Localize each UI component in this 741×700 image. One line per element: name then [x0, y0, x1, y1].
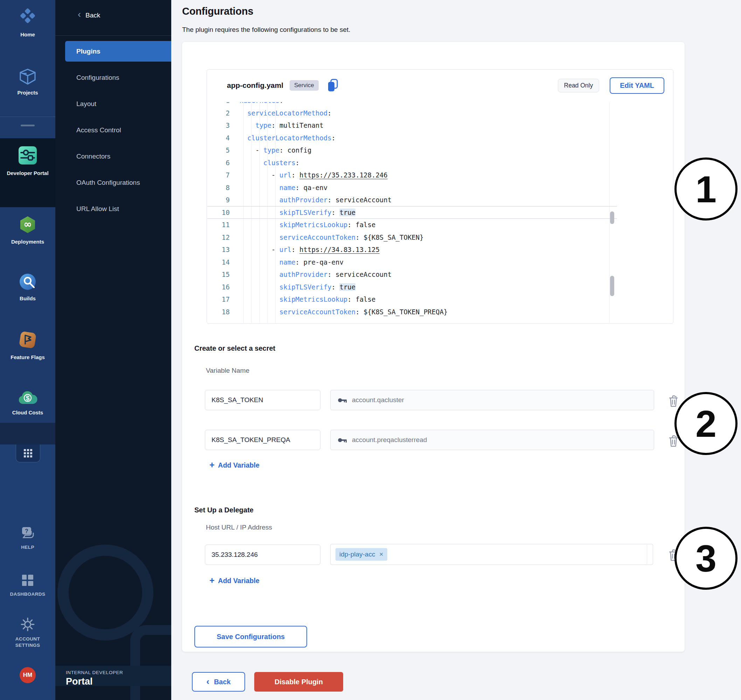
delegate-tag-label: idp-play-acc [339, 550, 375, 558]
grid-icon [23, 448, 33, 459]
rail-item-account-settings[interactable]: ACCOUNT SETTINGS [0, 618, 55, 648]
rail-section-divider [0, 116, 55, 117]
editor-scrollbar-track [609, 102, 610, 323]
code-line: 1 kubernetes: [207, 102, 608, 107]
line-number: 1 [207, 102, 235, 107]
rail-item-developer-portal[interactable]: Developer Portal [0, 146, 55, 177]
rail-item-label: Cloud Costs [12, 409, 43, 416]
help-icon: ? [20, 526, 35, 541]
add-variable-button[interactable]: + Add Variable [209, 577, 259, 585]
add-variable-label: Add Variable [218, 461, 259, 469]
secret-select-field[interactable]: account.qacluster [330, 390, 654, 410]
code-line: 5 - type: config [207, 144, 608, 157]
editor-scrollbar-thumb[interactable] [610, 276, 614, 296]
rail-item-deployments[interactable]: ∞Deployments [0, 216, 55, 246]
plus-icon: + [209, 576, 215, 585]
rail-collapse-handle[interactable] [21, 125, 35, 126]
chevron-left-icon: ‹ [206, 677, 209, 686]
service-badge: Service [290, 80, 319, 91]
code-text: skipMetricsLookup: false [235, 219, 376, 231]
line-number: 18 [207, 306, 235, 319]
code-line: 2 serviceLocatorMethod: [207, 107, 608, 120]
builds-icon [19, 273, 37, 292]
host-url-input[interactable]: 35.233.128.246 [205, 545, 320, 565]
line-number: 11 [207, 219, 235, 231]
line-number: 16 [207, 281, 235, 294]
sidebar-item-layout[interactable]: Layout [55, 93, 171, 114]
annotation-circle-3: 3 [675, 527, 738, 590]
sidebar-item-oauth-configurations[interactable]: OAuth Configurations [55, 172, 171, 193]
module-switcher-tab[interactable] [16, 444, 40, 462]
rail-item-builds[interactable]: Builds [0, 273, 55, 302]
edit-yaml-button[interactable]: Edit YAML [610, 77, 664, 94]
line-number: 17 [207, 293, 235, 306]
line-number: 2 [207, 107, 235, 120]
secret-value: account.qacluster [352, 396, 404, 404]
rail-item-projects[interactable]: Projects [0, 69, 55, 96]
code-text: clusterLocatorMethods: [235, 132, 336, 144]
cloud-costs-icon: $ [18, 390, 37, 406]
secret-select-field[interactable]: account.preqaclusterread [330, 430, 654, 450]
rail-item-cloud-costs[interactable]: $Cloud Costs [0, 390, 55, 416]
watermark-ring [57, 545, 153, 641]
secret-value: account.preqaclusterread [352, 436, 427, 444]
variable-name-input[interactable]: K8S_SA_TOKEN_PREQA [205, 430, 320, 450]
sidebar-item-configurations[interactable]: Configurations [55, 67, 171, 88]
sidebar: ‹ Back PluginsConfigurationsLayoutAccess… [55, 0, 171, 700]
rail-item-label: HELP [21, 544, 34, 550]
tagfield-separator [647, 545, 647, 564]
account-settings-icon [21, 618, 35, 633]
disable-plugin-button[interactable]: Disable Plugin [254, 672, 343, 691]
rail-item-home[interactable]: Home [0, 9, 55, 38]
key-icon [337, 437, 347, 443]
code-line: 10 skipTLSVerify: true [207, 206, 608, 219]
code-text: authProvider: serviceAccount [235, 268, 392, 281]
code-text: - type: config [235, 144, 311, 157]
rail-item-dashboards[interactable]: DASHBOARDS [0, 574, 55, 597]
sidebar-item-plugins[interactable]: Plugins [65, 41, 171, 62]
rail-item-label: ACCOUNT SETTINGS [4, 636, 51, 648]
avatar[interactable]: HM [20, 667, 36, 683]
code-line: 12 serviceAccountToken: ${K8S_SA_TOKEN} [207, 231, 608, 244]
sidebar-back-button[interactable]: ‹ Back [78, 11, 100, 19]
plus-icon: + [209, 460, 215, 469]
save-configurations-button[interactable]: Save Configurations [194, 626, 307, 647]
sidebar-divider [55, 35, 171, 36]
left-rail: HomeProjects Developer Portal∞Deployment… [0, 0, 55, 700]
code-text: - url: https://34.83.13.125 [235, 244, 380, 256]
editor-scrollbar-thumb[interactable] [610, 212, 614, 224]
code-line: 9 authProvider: serviceAccount [207, 194, 608, 206]
sidebar-footer-title: Portal [66, 676, 93, 687]
line-number: 8 [207, 182, 235, 194]
rail-item-label: Developer Portal [7, 170, 48, 177]
line-number: 3 [207, 119, 235, 132]
sidebar-footer-eyebrow: INTERNAL DEVELOPER [66, 670, 123, 675]
close-icon[interactable]: ✕ [379, 551, 383, 557]
code-area[interactable]: 1 kubernetes:2 serviceLocatorMethod:3 ty… [207, 102, 608, 323]
add-variable-label: Add Variable [218, 577, 259, 585]
variable-name-input[interactable]: K8S_SA_TOKEN [205, 390, 320, 410]
read-only-badge: Read Only [558, 79, 600, 93]
rail-lower-panel [0, 444, 55, 700]
trash-icon[interactable] [668, 395, 679, 409]
rail-item-help[interactable]: ?HELP [0, 526, 55, 550]
page: HomeProjects Developer Portal∞Deployment… [0, 0, 741, 700]
modules-collapse-strip[interactable] [0, 423, 55, 444]
code-text: skipTLSVerify: true [235, 206, 355, 219]
sidebar-item-access-control[interactable]: Access Control [55, 120, 171, 140]
code-line: 17 skipMetricsLookup: false [207, 293, 608, 306]
code-text: serviceLocatorMethod: [235, 107, 331, 120]
sidebar-item-connectors[interactable]: Connectors [55, 146, 171, 166]
copy-icon[interactable] [327, 79, 338, 92]
code-line: 16 skipTLSVerify: true [207, 281, 608, 294]
delegate-tags-field[interactable]: idp-play-acc ✕ [330, 544, 653, 565]
svg-text:∞: ∞ [24, 218, 31, 230]
sidebar-item-url-allow-list[interactable]: URL Allow List [55, 199, 171, 219]
back-button[interactable]: ‹ Back [192, 672, 245, 691]
delegate-tag-chip[interactable]: idp-play-acc ✕ [336, 548, 387, 561]
rail-item-feature-flags[interactable]: Feature Flags [0, 330, 55, 361]
svg-text:$: $ [26, 394, 30, 402]
code-text: skipTLSVerify: true [235, 281, 355, 294]
add-variable-button[interactable]: + Add Variable [209, 461, 259, 469]
code-line: 6 clusters: [207, 157, 608, 169]
